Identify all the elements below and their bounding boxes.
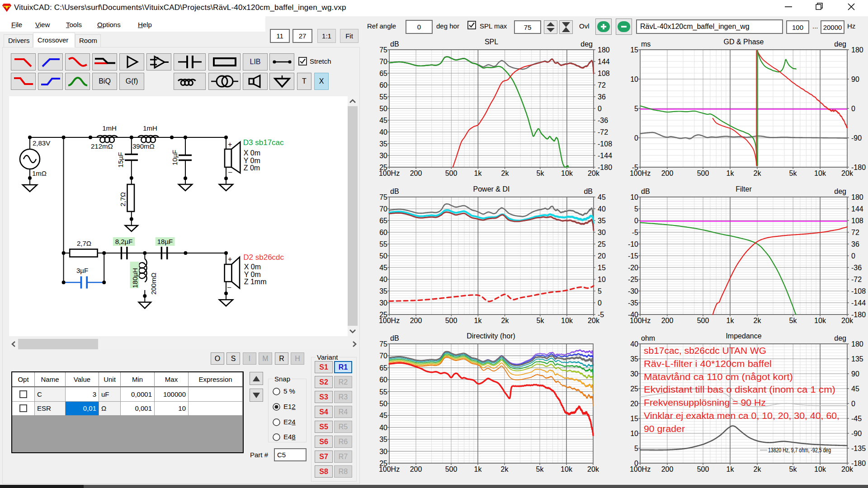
- svg-text:35: 35: [379, 140, 387, 148]
- svg-text:Impedance: Impedance: [726, 332, 761, 340]
- svg-text:65: 65: [379, 364, 387, 372]
- svg-text:500: 500: [697, 465, 709, 473]
- svg-text:0: 0: [634, 217, 638, 225]
- svg-text:15: 15: [630, 415, 638, 422]
- svg-text:5: 5: [634, 205, 638, 213]
- svg-text:10k: 10k: [814, 465, 826, 473]
- svg-text:0: 0: [851, 252, 855, 260]
- svg-text:1k: 1k: [474, 465, 482, 473]
- svg-text:180: 180: [851, 340, 863, 348]
- svg-text:deg: deg: [834, 188, 846, 195]
- svg-text:ms: ms: [641, 40, 651, 48]
- svg-text:200: 200: [410, 169, 422, 177]
- svg-text:-30: -30: [628, 287, 638, 295]
- svg-text:2k: 2k: [501, 465, 509, 473]
- svg-text:-20: -20: [628, 264, 638, 272]
- svg-text:20: 20: [598, 252, 606, 260]
- svg-text:-180: -180: [851, 164, 866, 171]
- svg-text:10k: 10k: [814, 317, 826, 324]
- svg-text:-45: -45: [851, 415, 862, 422]
- svg-text:65: 65: [379, 70, 387, 77]
- svg-text:70: 70: [379, 352, 387, 360]
- svg-text:Power & DI: Power & DI: [473, 185, 510, 193]
- svg-text:55: 55: [379, 240, 387, 248]
- svg-text:-108: -108: [851, 287, 866, 295]
- svg-text:Ekvidistant till bas o diskant: Ekvidistant till bas o diskant (inom ca …: [644, 385, 835, 394]
- svg-text:144: 144: [598, 58, 610, 66]
- svg-text:-36: -36: [851, 264, 862, 272]
- svg-text:GD & Phase: GD & Phase: [724, 38, 764, 46]
- svg-text:-144: -144: [598, 152, 612, 160]
- svg-text:dB: dB: [641, 188, 650, 195]
- svg-text:-15: -15: [628, 252, 638, 260]
- svg-text:25: 25: [379, 164, 387, 171]
- svg-text:1k: 1k: [726, 317, 735, 324]
- svg-text:15: 15: [630, 46, 638, 54]
- svg-text:25: 25: [379, 460, 387, 467]
- svg-text:75: 75: [379, 340, 387, 348]
- svg-text:35: 35: [630, 355, 638, 363]
- svg-text:-72: -72: [851, 276, 862, 283]
- svg-text:30: 30: [630, 370, 638, 378]
- svg-text:25: 25: [630, 385, 638, 393]
- svg-text:10: 10: [630, 193, 638, 201]
- svg-text:5k: 5k: [536, 465, 544, 473]
- svg-text:35: 35: [379, 436, 387, 443]
- svg-text:Mätavtånd ca 110 cm (något kor: Mätavtånd ca 110 cm (något kort): [644, 372, 793, 382]
- svg-text:dB: dB: [390, 40, 399, 48]
- svg-text:36: 36: [598, 93, 606, 101]
- svg-text:5k: 5k: [537, 317, 545, 324]
- svg-text:40: 40: [379, 128, 387, 136]
- svg-text:108: 108: [598, 70, 610, 77]
- svg-text:0: 0: [634, 460, 638, 467]
- svg-text:deg: deg: [580, 40, 593, 48]
- svg-text:40: 40: [379, 424, 387, 432]
- svg-text:dB: dB: [584, 188, 593, 195]
- svg-text:0: 0: [598, 299, 602, 307]
- svg-text:-108: -108: [598, 140, 612, 148]
- svg-text:60: 60: [379, 81, 387, 89]
- svg-text:30: 30: [379, 152, 387, 160]
- svg-text:-180: -180: [851, 311, 866, 319]
- svg-text:500: 500: [697, 169, 709, 177]
- svg-text:ohm: ohm: [641, 334, 655, 342]
- svg-text:2k: 2k: [501, 169, 509, 177]
- svg-text:5: 5: [634, 105, 638, 113]
- svg-text:75: 75: [379, 46, 387, 54]
- svg-text:90: 90: [851, 75, 859, 83]
- svg-text:70: 70: [379, 205, 387, 213]
- svg-text:35: 35: [598, 217, 606, 225]
- svg-text:20k: 20k: [587, 465, 599, 473]
- svg-text:dB: dB: [390, 334, 399, 342]
- svg-text:15: 15: [598, 264, 606, 272]
- svg-text:500: 500: [445, 169, 458, 177]
- svg-text:65: 65: [379, 217, 387, 225]
- svg-text:40: 40: [598, 205, 606, 213]
- svg-text:-10: -10: [628, 240, 638, 248]
- svg-text:30: 30: [598, 229, 606, 236]
- svg-text:50: 50: [379, 105, 387, 113]
- svg-text:Räv-L-filter i 40*120cm baffel: Räv-L-filter i 40*120cm baffel: [644, 359, 772, 369]
- svg-text:5: 5: [634, 445, 638, 452]
- svg-text:-5: -5: [632, 164, 638, 171]
- svg-text:144: 144: [851, 205, 863, 213]
- svg-text:25: 25: [598, 240, 606, 248]
- svg-text:135: 135: [851, 355, 863, 363]
- svg-text:10k: 10k: [561, 317, 573, 324]
- svg-text:2k: 2k: [754, 317, 762, 324]
- svg-text:180: 180: [851, 46, 863, 54]
- svg-text:55: 55: [379, 388, 387, 396]
- svg-text:Filter: Filter: [736, 185, 752, 193]
- svg-text:-90: -90: [851, 134, 862, 142]
- svg-text:sb17cac, sb26cdc UTAN WG: sb17cac, sb26cdc UTAN WG: [644, 346, 766, 356]
- svg-text:40: 40: [630, 340, 638, 348]
- svg-text:-180: -180: [598, 164, 612, 171]
- svg-text:75: 75: [379, 193, 387, 201]
- svg-text:-144: -144: [851, 299, 866, 307]
- svg-text:-25: -25: [628, 276, 638, 283]
- svg-text:100Hz: 100Hz: [630, 465, 651, 473]
- svg-text:45: 45: [598, 193, 606, 201]
- svg-text:180: 180: [598, 46, 610, 54]
- svg-text:dB: dB: [390, 188, 399, 195]
- svg-text:10k: 10k: [561, 169, 573, 177]
